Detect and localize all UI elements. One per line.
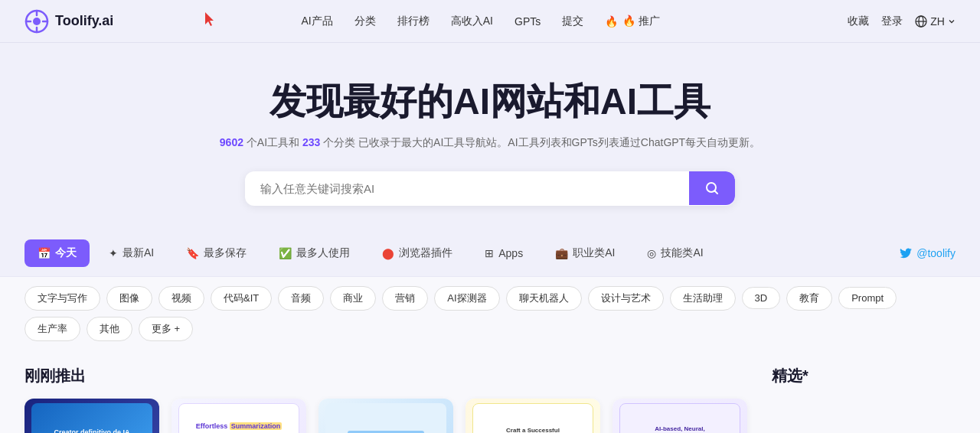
cat-prompt[interactable]: Prompt (838, 287, 897, 309)
nav-categories[interactable]: 分类 (354, 15, 376, 28)
filter-bar: 📅 今天 ✦ 最新AI 🔖 最多保存 ✅ 最多人使用 ⬤ 浏览器插件 ⊞ App… (0, 230, 980, 277)
main-content: 刚刚推出 Creator definitivo de IAGenerador d… (0, 350, 980, 433)
cat-education[interactable]: 教育 (786, 286, 832, 311)
search-input[interactable] (245, 171, 689, 206)
new-releases-title: 刚刚推出 (24, 366, 747, 386)
favorites-btn[interactable]: 收藏 (848, 15, 869, 28)
logo-text: Toolify.ai (55, 13, 113, 29)
logo[interactable]: Toolify.ai (24, 9, 113, 34)
card-5[interactable]: AI-based, Neural,Fast, Automate &Powerfu… (612, 399, 747, 433)
card-5-thumbnail: AI-based, Neural,Fast, Automate &Powerfu… (612, 399, 747, 433)
bookmark-icon: 🔖 (186, 247, 199, 259)
svg-point-1 (33, 18, 41, 25)
language-selector[interactable]: ZH (915, 15, 956, 28)
search-bar (245, 171, 735, 206)
search-icon (704, 181, 720, 196)
svg-line-10 (715, 191, 718, 194)
cat-3d[interactable]: 3D (742, 287, 781, 309)
cat-chatbot[interactable]: 聊天机器人 (506, 286, 582, 311)
nav-rankings[interactable]: 排行榜 (397, 15, 430, 28)
cat-writing[interactable]: 文字与写作 (24, 286, 100, 311)
cat-other[interactable]: 其他 (87, 317, 132, 341)
globe-icon (915, 15, 927, 28)
card-1-thumb-text: Creator definitivo de IAGenerador de art… (54, 428, 129, 434)
cat-marketing[interactable]: 营销 (382, 286, 428, 311)
card-4-thumb-text: Craft a SuccessfulAI Resume in Minutes (501, 426, 564, 433)
filter-most-saved[interactable]: 🔖 最多保存 (173, 239, 260, 267)
filter-today[interactable]: 📅 今天 (24, 239, 90, 267)
cat-video[interactable]: 视频 (158, 286, 204, 311)
card-5-thumb-text: AI-based, Neural,Fast, Automate &Powerfu… (655, 425, 705, 433)
main-nav: AI产品 分类 排行榜 高收入AI GPTs 提交 🔥 🔥 推广 (302, 15, 661, 28)
tool-count: 9602 (220, 136, 243, 148)
cat-code[interactable]: 代码&IT (211, 286, 272, 311)
plus-icon: ✦ (109, 247, 118, 259)
twitter-link[interactable]: @toolify (900, 247, 956, 259)
header: Toolify.ai AI产品 分类 排行榜 高收入AI GPTs 提交 🔥 🔥… (0, 0, 980, 43)
twitter-icon (900, 247, 912, 259)
twitter-handle: @toolify (916, 247, 956, 259)
featured-section: 精选* (772, 366, 956, 433)
filter-browser-plugin[interactable]: ⬤ 浏览器插件 (369, 239, 466, 267)
flame-icon: 🔥 (605, 15, 618, 28)
filter-apps[interactable]: ⊞ Apps (472, 240, 536, 266)
cat-more[interactable]: 更多 + (139, 317, 193, 341)
cat-life[interactable]: 生活助理 (670, 286, 736, 311)
apps-icon: ⊞ (485, 247, 494, 259)
cat-productivity[interactable]: 生产率 (24, 317, 80, 341)
filter-professional[interactable]: 💼 职业类AI (542, 239, 628, 267)
hero-section: 发现最好的AI网站和AI工具 9602 个AI工具和 233 个分类 已收录于最… (0, 43, 980, 230)
nav-submit[interactable]: 提交 (562, 15, 583, 28)
cat-audio[interactable]: 音频 (278, 286, 324, 311)
briefcase-icon: 💼 (555, 247, 568, 259)
featured-title: 精选* (772, 366, 956, 386)
card-2[interactable]: Effortless Summarizationat Your Fingerti… (172, 399, 306, 433)
cards-row: Creator definitivo de IAGenerador de art… (24, 399, 747, 433)
card-2-thumb-text: Effortless Summarizationat Your Fingerti… (196, 422, 283, 433)
card-3[interactable] (318, 399, 453, 433)
card-1[interactable]: Creator definitivo de IAGenerador de art… (24, 399, 159, 433)
category-bar: 文字与写作 图像 视频 代码&IT 音频 商业 营销 AI探测器 聊天机器人 设… (0, 277, 980, 350)
nav-ai-products[interactable]: AI产品 (302, 15, 333, 28)
filter-skills[interactable]: ◎ 技能类AI (634, 239, 716, 267)
calendar-icon: 📅 (38, 247, 51, 259)
card-2-thumbnail: Effortless Summarizationat Your Fingerti… (172, 399, 306, 433)
nav-promote[interactable]: 🔥 🔥 推广 (605, 15, 660, 28)
header-right: 收藏 登录 ZH (848, 15, 956, 28)
cat-business[interactable]: 商业 (330, 286, 376, 311)
nav-high-income[interactable]: 高收入AI (451, 15, 493, 28)
card-3-thumbnail (318, 399, 453, 433)
cat-design[interactable]: 设计与艺术 (588, 286, 664, 311)
filter-latest[interactable]: ✦ 最新AI (96, 239, 167, 267)
check-icon: ✅ (279, 247, 292, 259)
filter-most-used[interactable]: ✅ 最多人使用 (266, 239, 363, 267)
cat-ai-detector[interactable]: AI探测器 (434, 286, 499, 311)
category-count: 233 (302, 136, 320, 148)
target-icon: ◎ (647, 247, 656, 259)
card-4-thumbnail: Craft a SuccessfulAI Resume in Minutes M… (466, 399, 600, 433)
hero-title: 发现最好的AI网站和AI工具 (24, 80, 956, 124)
card-4[interactable]: Craft a SuccessfulAI Resume in Minutes M… (466, 399, 600, 433)
login-btn[interactable]: 登录 (881, 15, 903, 28)
nav-gpts[interactable]: GPTs (514, 15, 541, 28)
search-button[interactable] (689, 171, 735, 205)
logo-icon (24, 9, 49, 34)
card-1-thumbnail: Creator definitivo de IAGenerador de art… (24, 399, 159, 433)
lang-label: ZH (930, 15, 945, 28)
hero-subtitle: 9602 个AI工具和 233 个分类 已收录于最大的AI工具导航站。AI工具列… (24, 136, 956, 150)
cursor (205, 12, 217, 31)
chrome-icon: ⬤ (382, 247, 394, 259)
chevron-down-icon (948, 18, 956, 25)
cat-image[interactable]: 图像 (106, 286, 152, 311)
new-releases-section: 刚刚推出 Creator definitivo de IAGenerador d… (24, 366, 747, 433)
